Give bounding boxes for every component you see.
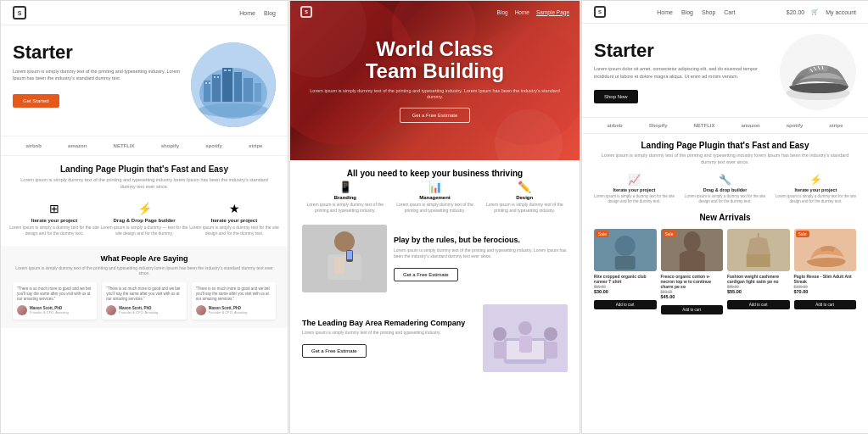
product2-add-to-cart[interactable]: Add to cart [661,305,724,314]
panel1-section-title: Landing Page Plugin that's Fast and Easy [1,164,288,174]
panel2-cta-button[interactable]: Get a Free Estimate [400,108,471,123]
feature3-icon: ★ [189,202,279,215]
p3-brand-stripe: stripe [829,123,843,128]
product4-price: $70.00 [794,289,857,294]
panel2-section3-btn[interactable]: Get a Free Estimate [302,344,367,358]
panel3-shop-now-button[interactable]: Shop Now [594,90,638,103]
author2-avatar [106,305,116,315]
panel1-features: ⊞ Iterate your project Lorem ipsum is si… [1,197,288,241]
svg-point-27 [493,327,507,341]
svg-rect-10 [214,76,216,78]
product2-price: $45.00 [661,294,724,299]
svg-rect-28 [494,342,507,359]
panel2-section1: All you need to keep your business thriv… [290,160,580,218]
p3-feature2-icon: 🔧 [681,174,769,186]
svg-rect-45 [747,254,770,267]
panel-2: S Blog Home Sample Page World Class Team… [289,0,580,434]
svg-rect-32 [519,336,532,353]
svg-rect-9 [209,82,210,84]
panel3-nav-blog[interactable]: Blog [681,9,693,15]
p3-brand-amazon: amazon [741,123,759,128]
panel2-nav: S Blog Home Sample Page [290,1,580,23]
p3-feature1-desc: Lorem ipsum is simply a dummy text for t… [591,194,678,204]
panel3-logo: S [594,6,606,18]
my-account-link[interactable]: My account [826,9,856,15]
panel1-nav: S Home Blog [1,1,288,25]
testimonial1-quote: "There is so much more to good and we be… [17,287,92,302]
panel1-feature-3: ★ Iterate your project Lorem ipsum is si… [189,202,279,236]
panel2-hero-desc: Lorem ipsum is simply dummy text of the … [307,88,563,101]
testimonial2-author: Mason Scott, PhD Founder & CFO, Amazing [106,305,182,315]
panel3-brands: airbnb Shopify NETFLIX amazon spotify st… [582,117,868,134]
panel3-nav-links: Home Blog Shop Cart [657,9,735,15]
p3-brand-shopify: Shopify [649,123,668,128]
new-arrivals-title: New Arrivals [594,213,856,222]
feature1-desc: Lorem ipsum is simply a dummy text for t… [9,225,99,236]
testimonial-card-1: "There is so much more to good and we be… [13,282,97,320]
panel3-feature-1: 📈 Iterate your project Lorem ipsum is si… [591,174,678,204]
testimonial1-author: Mason Scott, PhD Founder & CFO, Amazing [17,305,92,315]
panel1-logo: S [13,6,26,19]
panel2-section2-btn[interactable]: Get a Free Estimate [394,268,458,281]
product3-image [727,229,790,271]
panel2-nav-blog[interactable]: Blog [497,9,508,15]
panel2-nav-links: Blog Home Sample Page [497,9,569,15]
design-name: Design [481,195,568,200]
panel3-nav-cart[interactable]: Cart [724,9,735,15]
product4-add-to-cart[interactable]: Add to cart [794,300,857,309]
cart-icon[interactable]: 🛒 [811,8,819,15]
p3-brand-netflix: NETFLIX [694,123,715,128]
svg-rect-21 [334,257,344,274]
product1-add-to-cart[interactable]: Add to cart [594,300,657,309]
product-3: Fashion weight cashmere cardigan light s… [727,229,790,314]
p3-feature1-icon: 📈 [591,174,678,186]
svg-rect-4 [222,68,232,102]
panel1-nav-links: Home Blog [239,10,276,16]
panel2-logo: S [300,6,312,18]
svg-point-39 [615,236,636,256]
panel1-feature-1: ⊞ Iterate your project Lorem ipsum is si… [9,202,99,236]
product3-price: $55.00 [727,289,790,294]
panel1-hero-text: Starter Lorem ipsum is simply dummy text… [13,42,182,108]
feature2-desc: Lorem ipsum is simply a dummy — text for… [99,225,189,236]
panel1-hero-image [191,42,276,127]
panel2-nav-home[interactable]: Home [515,9,529,15]
panel1-testimonials: What People Are Saying Lorem ipsum is si… [1,246,288,328]
svg-rect-11 [217,76,219,78]
panel1-nav-home[interactable]: Home [239,10,255,16]
panel3-features: 📈 Iterate your project Lorem ipsum is si… [582,170,868,208]
testimonial-card-3: "There is so much more to good and we be… [192,282,276,320]
panel3-nav-shop[interactable]: Shop [702,9,715,15]
product-1: Sale Rite cropped organic club runner T … [594,229,657,314]
management-desc: Lorem ipsum is simply dummy text of the … [392,202,479,213]
panel3-feature-3: ⚡ Iterate your project Lorem ipsum is si… [772,174,860,204]
panel1-brands: airbnb amazon NETFLIX shopify spotify st… [1,136,288,156]
design-icon: ✏️ [481,181,568,193]
panel3-nav-home[interactable]: Home [657,9,673,15]
author1-role: Founder & CFO, Amazing [30,310,69,314]
p3-feature2-title: Drag & drop builder [681,187,769,192]
svg-rect-5 [234,72,242,102]
svg-rect-13 [228,70,231,71]
panel2-section3-title: The Leading Bay Area Remadering Company [302,319,476,327]
feature2-icon: ⚡ [99,202,189,215]
brand-stripe: stripe [249,143,262,148]
p3-feature1-title: Iterate your project [591,187,678,192]
panel2-section2: Play by the rules, but be ferocious. Lor… [290,218,580,299]
panel-3: S Home Blog Shop Cart $20.00 🛒 My accoun… [581,0,868,434]
products-grid: Sale Rite cropped organic club runner T … [594,229,856,314]
panel2-feature-management: 📊 Management Lorem ipsum is simply dummy… [392,181,479,213]
panel2-nav-sample[interactable]: Sample Page [536,9,569,15]
panel3-hero-text: Starter Lorem ipsum dolor sit amet, cons… [594,41,771,103]
panel1-nav-blog[interactable]: Blog [264,10,276,16]
author1-avatar [17,305,27,315]
product1-image: Sale [594,229,657,271]
product3-add-to-cart[interactable]: Add to cart [727,300,790,309]
panel1-get-started-button[interactable]: Get Started [13,94,59,108]
panel1-hero: Starter Lorem ipsum is simply dummy text… [1,25,288,136]
panel3-new-arrivals: New Arrivals Sale Rite cropped organic c… [582,208,868,320]
product1-price: $30.00 [594,289,657,294]
branding-desc: Lorem ipsum is simply dummy text of the … [302,202,389,213]
panel3-nav-right: $20.00 🛒 My account [787,8,856,15]
panel2-hero: S Blog Home Sample Page World Class Team… [290,1,580,160]
